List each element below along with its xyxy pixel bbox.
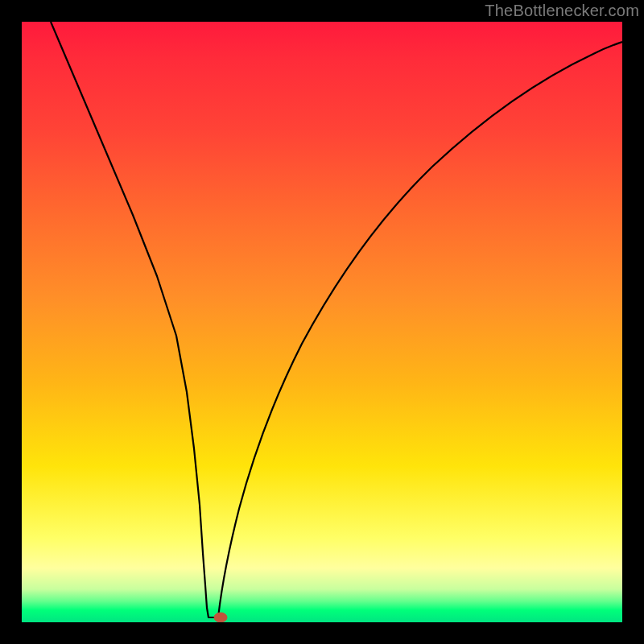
watermark-text: TheBottlenecker.com	[485, 2, 639, 20]
curve-layer	[22, 22, 622, 622]
plot-area	[22, 22, 622, 622]
bottleneck-curve	[51, 22, 622, 617]
marker-dot	[214, 613, 227, 622]
chart-stage: TheBottlenecker.com	[0, 0, 644, 644]
